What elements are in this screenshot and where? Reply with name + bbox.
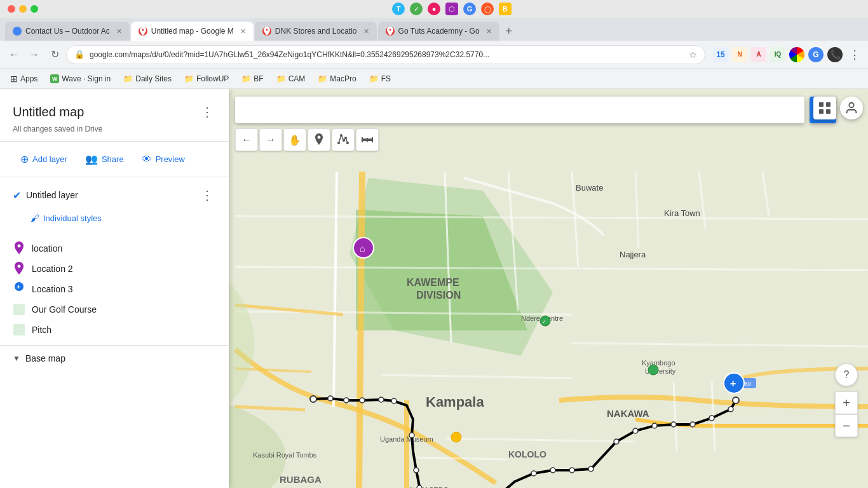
location-5-name: Pitch <box>32 325 51 335</box>
svg-point-39 <box>328 396 333 401</box>
ext-icon-6[interactable]: ◯ <box>481 3 494 15</box>
reload-button[interactable]: ↻ <box>46 46 64 64</box>
tab-dnk-stores[interactable]: DNK Stores and Locatio ✕ <box>255 22 377 41</box>
map-container[interactable]: A109 A109 69 KAWEMPE DIVISION Kampala NA… <box>0 89 868 488</box>
bookmark-daily-sites[interactable]: 📁 Daily Sites <box>118 73 177 85</box>
svg-text:Kampala: Kampala <box>426 394 484 410</box>
svg-point-57 <box>633 428 638 433</box>
tab-close-3[interactable]: ✕ <box>363 27 369 36</box>
undo-button[interactable]: ← <box>235 128 258 151</box>
new-tab-button[interactable]: + <box>501 22 518 41</box>
ext-icon-3[interactable]: ● <box>428 3 440 15</box>
individual-styles-label[interactable]: Individual styles <box>43 214 102 223</box>
svg-text:DIVISION: DIVISION <box>278 485 320 488</box>
bookmark-cam[interactable]: 📁 CAM <box>271 73 311 85</box>
sidebar-header: Untitled map ⋮ All changes saved in Driv… <box>0 89 229 142</box>
user-account-button[interactable] <box>840 97 863 119</box>
ext-badge-3[interactable]: A <box>751 47 766 62</box>
bookmark-followup-label: FollowUP <box>196 74 229 83</box>
bookmark-apps[interactable]: ⊞ Apps <box>5 72 43 85</box>
location-item-4[interactable]: ⛳ Our Golf Course <box>13 299 216 320</box>
ext-badge-4[interactable]: IQ <box>770 47 785 62</box>
zoom-controls: ? + − <box>835 363 858 437</box>
ext-icon-4[interactable]: ⬡ <box>445 3 458 15</box>
map-search-input[interactable] <box>235 97 804 123</box>
back-button[interactable]: ← <box>5 46 23 64</box>
tab-close-4[interactable]: ✕ <box>486 27 492 36</box>
base-map-section: ▼ Base map <box>0 345 229 371</box>
address-input-container[interactable]: 🔒 google.com/maps/d/u/0/edit?mid=1UA7hGL… <box>66 45 705 64</box>
svg-text:+: + <box>17 283 21 290</box>
share-button[interactable]: 👥 Share <box>78 149 132 169</box>
tab-go-tuts[interactable]: Go Tuts Academny - Go ✕ <box>378 22 499 41</box>
add-layer-icon: ⊕ <box>20 153 29 165</box>
bookmark-bf[interactable]: 📁 BF <box>236 73 268 85</box>
svg-point-40 <box>344 398 349 403</box>
add-layer-label: Add layer <box>32 154 67 164</box>
svg-text:⌂: ⌂ <box>360 243 365 254</box>
layer-checkbox-icon[interactable]: ✔ <box>13 189 21 201</box>
google-account-icon[interactable]: G <box>808 47 824 62</box>
bookmark-wave[interactable]: W Wave · Sign in <box>45 73 116 85</box>
close-button[interactable] <box>8 5 15 13</box>
ext-icon-7[interactable]: B <box>499 3 512 15</box>
bookmark-star-icon[interactable]: ☆ <box>689 50 697 60</box>
ext-icon-color[interactable] <box>789 47 804 62</box>
phone-icon[interactable]: 📞 <box>827 47 843 62</box>
location-item-3[interactable]: + Location 3 <box>13 279 216 299</box>
bookmark-followup[interactable]: 📁 FollowUP <box>179 73 234 85</box>
location-item-2[interactable]: Location 2 <box>13 259 216 279</box>
ext-badge-1[interactable]: 15 <box>713 47 728 62</box>
svg-rect-89 <box>826 109 831 114</box>
svg-text:Najjera: Najjera <box>620 250 646 259</box>
ext-badge-2[interactable]: N <box>732 47 747 62</box>
minimize-button[interactable] <box>19 5 27 13</box>
help-button[interactable]: ? <box>835 363 858 386</box>
measure-button[interactable] <box>356 128 379 151</box>
ext-icon-2[interactable]: ✓ <box>410 3 423 15</box>
location-1-name: location <box>32 243 62 254</box>
tab-close-2[interactable]: ✕ <box>240 27 246 36</box>
loc-2-icon <box>13 262 25 275</box>
redo-button[interactable]: → <box>259 128 282 151</box>
folder-icon-macpro: 📁 <box>318 74 327 83</box>
bookmark-fs[interactable]: 📁 FS <box>364 73 396 85</box>
ext-icon-5[interactable]: G <box>463 3 476 15</box>
tab-contact-us[interactable]: Contact Us – Outdoor Ac ✕ <box>5 22 130 41</box>
preview-button[interactable]: 👁 Preview <box>134 150 193 169</box>
zoom-in-button[interactable]: + <box>835 391 858 414</box>
zoom-out-button[interactable]: − <box>835 414 858 437</box>
hand-tool-button[interactable]: ✋ <box>283 128 306 151</box>
url-display: google.com/maps/d/u/0/edit?mid=1UA7hGLlw… <box>90 50 679 59</box>
svg-text:KAWEMPE: KAWEMPE <box>407 277 459 288</box>
folder-icon-followup: 📁 <box>184 74 194 83</box>
location-item-5[interactable]: ⛳ Pitch <box>13 320 216 340</box>
svg-point-43 <box>391 398 397 403</box>
layer-menu-icon[interactable]: ⋮ <box>198 185 216 205</box>
browser-actions: 15 N A IQ G 📞 ⋮ <box>713 47 863 62</box>
base-map-row[interactable]: ▼ Base map <box>13 353 216 363</box>
browser-menu-icon[interactable]: ⋮ <box>846 48 863 62</box>
grid-view-button[interactable] <box>813 97 836 119</box>
map-menu-icon[interactable]: ⋮ <box>198 102 216 122</box>
styles-brush-icon: 🖌 <box>31 213 39 223</box>
map-title: Untitled map <box>13 105 84 119</box>
tab-label-2: Untitled map - Google M <box>151 27 234 36</box>
svg-point-56 <box>614 439 619 444</box>
location-item-1[interactable]: location <box>13 238 216 259</box>
fullscreen-button[interactable] <box>31 5 38 13</box>
svg-point-63 <box>733 397 739 403</box>
tab-label-1: Contact Us – Outdoor Ac <box>25 27 110 36</box>
add-layer-button[interactable]: ⊕ Add layer <box>13 149 75 169</box>
forward-button[interactable]: → <box>25 46 43 64</box>
measure-icon <box>362 136 373 144</box>
svg-point-55 <box>588 466 593 471</box>
draw-shape-button[interactable] <box>332 128 355 151</box>
add-marker-button[interactable] <box>308 128 330 151</box>
tab-untitled-map[interactable]: Untitled map - Google M ✕ <box>131 22 254 41</box>
svg-text:RUBAGA: RUBAGA <box>280 474 322 485</box>
bookmark-macpro[interactable]: 📁 MacPro <box>313 73 361 85</box>
bookmarks-bar: ⊞ Apps W Wave · Sign in 📁 Daily Sites 📁 … <box>0 69 868 89</box>
ext-icon-1[interactable]: T <box>392 3 405 15</box>
tab-close-1[interactable]: ✕ <box>116 27 122 36</box>
